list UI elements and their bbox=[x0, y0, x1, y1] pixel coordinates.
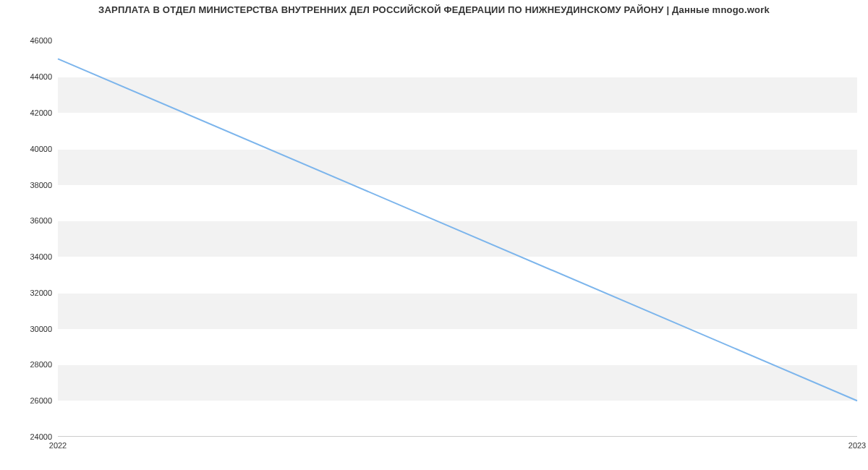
y-tick-label: 24000 bbox=[9, 432, 52, 441]
y-tick-label: 34000 bbox=[9, 252, 52, 261]
y-tick-label: 38000 bbox=[9, 181, 52, 189]
gridline bbox=[58, 437, 857, 437]
y-tick-label: 40000 bbox=[9, 145, 52, 153]
plot-area bbox=[58, 32, 857, 437]
y-tick-label: 32000 bbox=[9, 289, 52, 297]
salary-line-chart: ЗАРПЛАТА В ОТДЕЛ МИНИСТЕРСТВА ВНУТРЕННИХ… bbox=[0, 0, 868, 470]
y-tick-label: 26000 bbox=[9, 396, 52, 405]
y-tick-label: 44000 bbox=[9, 72, 52, 81]
x-tick-label: 2022 bbox=[49, 441, 67, 450]
y-tick-label: 28000 bbox=[9, 360, 52, 369]
y-tick-label: 46000 bbox=[9, 36, 52, 45]
x-tick-label: 2023 bbox=[848, 441, 866, 450]
data-line bbox=[58, 32, 857, 437]
y-tick-label: 36000 bbox=[9, 216, 52, 225]
y-tick-label: 30000 bbox=[9, 325, 52, 333]
chart-title: ЗАРПЛАТА В ОТДЕЛ МИНИСТЕРСТВА ВНУТРЕННИХ… bbox=[0, 4, 868, 15]
y-tick-label: 42000 bbox=[9, 108, 52, 117]
